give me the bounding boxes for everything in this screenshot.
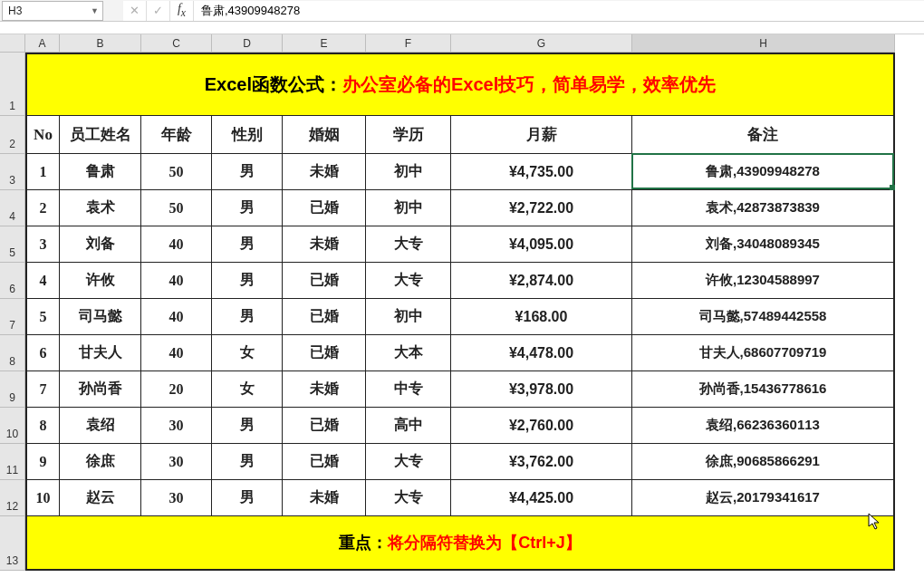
cell-age[interactable]: 30 [141, 408, 212, 444]
cell-edu[interactable]: 初中 [366, 190, 451, 226]
fx-button[interactable]: fx [170, 1, 194, 21]
name-box[interactable]: H3 ▼ [2, 1, 103, 21]
cell-name[interactable]: 袁术 [60, 190, 141, 226]
cell-marriage[interactable]: 已婚 [283, 299, 366, 335]
cell-no[interactable]: 4 [25, 263, 60, 299]
cell-name[interactable]: 徐庶 [60, 444, 141, 480]
row-header-9[interactable]: 9 [0, 371, 25, 408]
cell-salary[interactable]: ¥2,874.00 [451, 263, 632, 299]
col-header-F[interactable]: F [366, 34, 451, 53]
col-header-H[interactable]: H [632, 34, 895, 53]
row-header-12[interactable]: 12 [0, 480, 25, 516]
cell-remark[interactable]: 赵云,20179341617 [632, 480, 895, 516]
cell-salary[interactable]: ¥4,095.00 [451, 226, 632, 263]
cell-gender[interactable]: 男 [212, 190, 283, 226]
cell-marriage[interactable]: 已婚 [283, 444, 366, 480]
cell-remark[interactable]: 袁术,42873873839 [632, 190, 895, 226]
cell-remark[interactable]: 鲁肃,43909948278 [632, 154, 895, 190]
cell-name[interactable]: 司马懿 [60, 299, 141, 335]
cell-gender[interactable]: 男 [212, 226, 283, 263]
col-header-G[interactable]: G [451, 34, 632, 53]
cell-name[interactable]: 袁绍 [60, 408, 141, 444]
cell-gender[interactable]: 女 [212, 335, 283, 371]
row-header-5[interactable]: 5 [0, 226, 25, 263]
header-gender[interactable]: 性别 [212, 116, 283, 154]
cell-marriage[interactable]: 未婚 [283, 226, 366, 263]
cell-no[interactable]: 9 [25, 444, 60, 480]
row-header-4[interactable]: 4 [0, 190, 25, 226]
row-header-7[interactable]: 7 [0, 299, 25, 335]
row-header-1[interactable]: 1 [0, 53, 25, 116]
cell-remark[interactable]: 许攸,12304588997 [632, 263, 895, 299]
col-header-E[interactable]: E [283, 34, 366, 53]
cell-edu[interactable]: 大专 [366, 444, 451, 480]
cell-salary[interactable]: ¥2,722.00 [451, 190, 632, 226]
cell-marriage[interactable]: 已婚 [283, 408, 366, 444]
cell-remark[interactable]: 徐庶,90685866291 [632, 444, 895, 480]
cell-age[interactable]: 20 [141, 371, 212, 408]
row-header-2[interactable]: 2 [0, 116, 25, 154]
cell-salary[interactable]: ¥4,425.00 [451, 480, 632, 516]
cell-salary[interactable]: ¥4,735.00 [451, 154, 632, 190]
header-name[interactable]: 员工姓名 [60, 116, 141, 154]
cell-marriage[interactable]: 已婚 [283, 190, 366, 226]
header-edu[interactable]: 学历 [366, 116, 451, 154]
cell-age[interactable]: 40 [141, 335, 212, 371]
cell-gender[interactable]: 男 [212, 154, 283, 190]
col-header-C[interactable]: C [141, 34, 212, 53]
cell-no[interactable]: 3 [25, 226, 60, 263]
row-header-10[interactable]: 10 [0, 408, 25, 444]
cell-remark[interactable]: 司马懿,57489442558 [632, 299, 895, 335]
cell-no[interactable]: 8 [25, 408, 60, 444]
cell-edu[interactable]: 大专 [366, 226, 451, 263]
row-header-13[interactable]: 13 [0, 516, 25, 571]
cell-edu[interactable]: 大本 [366, 335, 451, 371]
cell-marriage[interactable]: 已婚 [283, 335, 366, 371]
cell-no[interactable]: 6 [25, 335, 60, 371]
header-salary[interactable]: 月薪 [451, 116, 632, 154]
cell-edu[interactable]: 初中 [366, 154, 451, 190]
header-no[interactable]: No [25, 116, 60, 154]
cell-edu[interactable]: 初中 [366, 299, 451, 335]
confirm-formula-button[interactable]: ✓ [147, 1, 170, 21]
cell-name[interactable]: 刘备 [60, 226, 141, 263]
cell-name[interactable]: 孙尚香 [60, 371, 141, 408]
row-header-11[interactable]: 11 [0, 444, 25, 480]
footer-cell[interactable]: 重点： 将分隔符替换为【Ctrl+J】 [25, 516, 895, 571]
cell-edu[interactable]: 大专 [366, 480, 451, 516]
cell-salary[interactable]: ¥4,478.00 [451, 335, 632, 371]
cell-age[interactable]: 40 [141, 263, 212, 299]
col-header-B[interactable]: B [60, 34, 141, 53]
cell-remark[interactable]: 孙尚香,15436778616 [632, 371, 895, 408]
cell-name[interactable]: 鲁肃 [60, 154, 141, 190]
row-header-6[interactable]: 6 [0, 263, 25, 299]
cell-remark[interactable]: 袁绍,66236360113 [632, 408, 895, 444]
cell-no[interactable]: 5 [25, 299, 60, 335]
cell-no[interactable]: 10 [25, 480, 60, 516]
cell-salary[interactable]: ¥168.00 [451, 299, 632, 335]
header-marriage[interactable]: 婚姻 [283, 116, 366, 154]
cell-marriage[interactable]: 未婚 [283, 480, 366, 516]
cell-gender[interactable]: 女 [212, 371, 283, 408]
cell-name[interactable]: 许攸 [60, 263, 141, 299]
cell-no[interactable]: 7 [25, 371, 60, 408]
cell-marriage[interactable]: 未婚 [283, 154, 366, 190]
cell-edu[interactable]: 高中 [366, 408, 451, 444]
cell-edu[interactable]: 中专 [366, 371, 451, 408]
cell-gender[interactable]: 男 [212, 299, 283, 335]
cell-age[interactable]: 30 [141, 480, 212, 516]
col-header-A[interactable]: A [25, 34, 60, 53]
cell-no[interactable]: 1 [25, 154, 60, 190]
cell-salary[interactable]: ¥3,762.00 [451, 444, 632, 480]
cell-age[interactable]: 30 [141, 444, 212, 480]
cell-salary[interactable]: ¥3,978.00 [451, 371, 632, 408]
header-age[interactable]: 年龄 [141, 116, 212, 154]
cell-gender[interactable]: 男 [212, 480, 283, 516]
cell-salary[interactable]: ¥2,760.00 [451, 408, 632, 444]
cell-remark[interactable]: 甘夫人,68607709719 [632, 335, 895, 371]
header-remark[interactable]: 备注 [632, 116, 895, 154]
title-cell[interactable]: Excel函数公式： 办公室必备的Excel技巧，简单易学，效率优先 [25, 53, 895, 116]
cell-age[interactable]: 40 [141, 226, 212, 263]
cell-age[interactable]: 50 [141, 154, 212, 190]
formula-input[interactable] [194, 1, 924, 21]
